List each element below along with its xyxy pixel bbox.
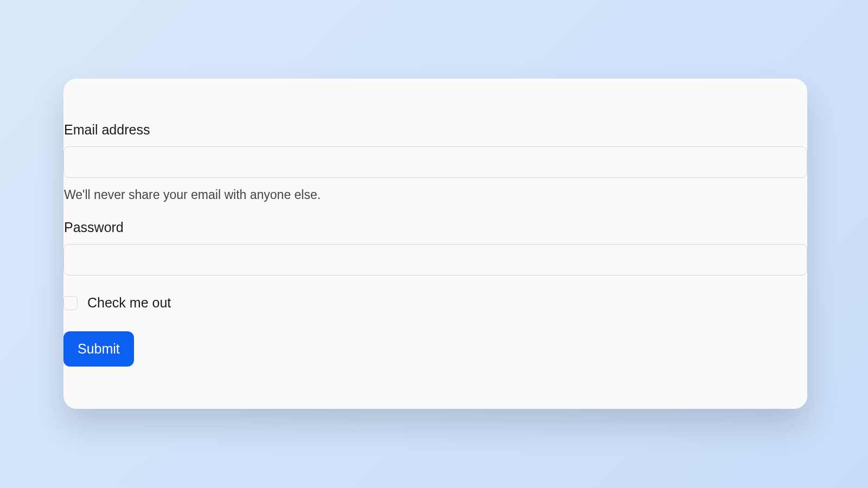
email-label: Email address (63, 122, 807, 138)
email-input[interactable] (63, 146, 807, 178)
email-group: Email address We'll never share your ema… (63, 122, 807, 202)
password-label: Password (63, 220, 807, 235)
checkbox-group: Check me out (63, 295, 807, 311)
form-card: Email address We'll never share your ema… (63, 79, 807, 409)
checkbox-label: Check me out (87, 295, 171, 311)
password-input[interactable] (63, 244, 807, 275)
email-help-text: We'll never share your email with anyone… (63, 188, 807, 202)
password-group: Password (63, 220, 807, 275)
submit-button[interactable]: Submit (63, 331, 134, 367)
checkbox-input[interactable] (63, 296, 78, 310)
